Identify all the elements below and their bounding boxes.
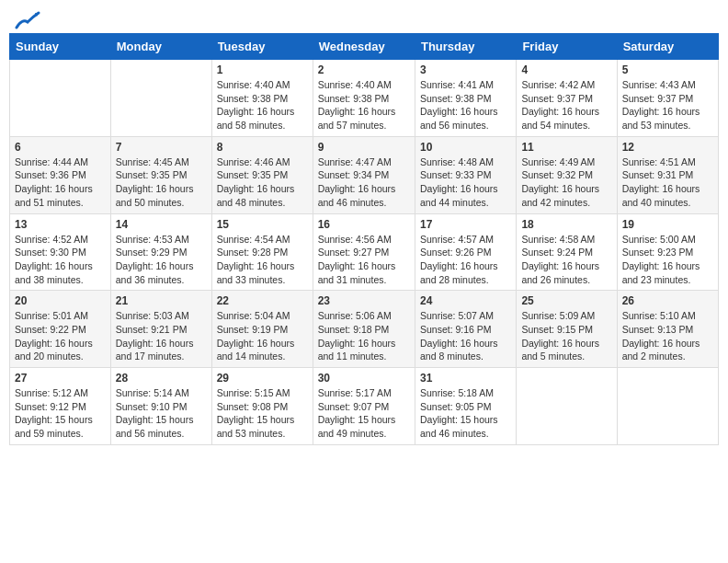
calendar-cell: 26 Sunrise: 5:10 AM Sunset: 9:13 PM Dayl… [617,291,718,368]
daylight-text: Daylight: 16 hours and 40 minutes. [622,183,700,208]
day-of-week-header: Monday [110,34,211,60]
calendar-cell: 22 Sunrise: 5:04 AM Sunset: 9:19 PM Dayl… [211,291,313,368]
calendar-cell: 8 Sunrise: 4:46 AM Sunset: 9:35 PM Dayli… [211,136,313,213]
daylight-text: Daylight: 16 hours and 28 minutes. [420,260,498,285]
calendar-cell: 7 Sunrise: 4:45 AM Sunset: 9:35 PM Dayli… [110,136,211,213]
daylight-text: Daylight: 16 hours and 54 minutes. [521,106,599,131]
day-number: 3 [420,63,511,76]
sunset-text: Sunset: 9:28 PM [217,247,289,258]
calendar-cell: 14 Sunrise: 4:53 AM Sunset: 9:29 PM Dayl… [110,213,211,291]
calendar-week-row: 13 Sunrise: 4:52 AM Sunset: 9:30 PM Dayl… [10,213,719,291]
day-number: 12 [622,141,713,154]
calendar-cell: 19 Sunrise: 5:00 AM Sunset: 9:23 PM Dayl… [617,213,718,291]
sunset-text: Sunset: 9:35 PM [217,169,289,180]
daylight-text: Daylight: 16 hours and 8 minutes. [420,338,498,362]
sunset-text: Sunset: 9:31 PM [622,169,694,180]
sunrise-text: Sunrise: 4:51 AM [622,156,696,167]
day-info: Sunrise: 5:00 AM Sunset: 9:23 PM Dayligh… [622,233,713,287]
sunset-text: Sunset: 9:12 PM [15,401,86,412]
calendar-week-row: 27 Sunrise: 5:12 AM Sunset: 9:12 PM Dayl… [10,368,719,445]
sunrise-text: Sunrise: 4:46 AM [217,156,290,167]
daylight-text: Daylight: 15 hours and 49 minutes. [318,414,396,439]
sunset-text: Sunset: 9:38 PM [420,93,492,104]
logo [13,13,40,26]
day-info: Sunrise: 4:52 AM Sunset: 9:30 PM Dayligh… [15,233,106,287]
day-info: Sunrise: 5:18 AM Sunset: 9:05 PM Dayligh… [420,386,511,441]
calendar-header-row: SundayMondayTuesdayWednesdayThursdayFrid… [10,34,719,60]
sunset-text: Sunset: 9:29 PM [116,247,188,258]
calendar-week-row: 1 Sunrise: 4:40 AM Sunset: 9:38 PM Dayli… [10,60,719,137]
calendar-table: SundayMondayTuesdayWednesdayThursdayFrid… [9,33,719,445]
day-info: Sunrise: 4:49 AM Sunset: 9:32 PM Dayligh… [521,155,611,210]
sunrise-text: Sunrise: 5:17 AM [318,387,392,398]
day-number: 25 [521,294,611,307]
day-of-week-header: Tuesday [211,34,313,60]
day-info: Sunrise: 5:01 AM Sunset: 9:22 PM Dayligh… [15,309,106,363]
day-number: 24 [420,294,511,307]
sunrise-text: Sunrise: 4:49 AM [521,156,595,167]
sunrise-text: Sunrise: 5:14 AM [116,387,189,398]
day-info: Sunrise: 4:45 AM Sunset: 9:35 PM Dayligh… [116,155,207,210]
sunset-text: Sunset: 9:33 PM [420,169,492,180]
day-info: Sunrise: 4:41 AM Sunset: 9:38 PM Dayligh… [420,78,511,132]
day-number: 10 [420,141,511,154]
page-header [9,9,719,26]
sunrise-text: Sunrise: 4:40 AM [217,79,290,90]
sunrise-text: Sunrise: 4:43 AM [622,79,696,90]
daylight-text: Daylight: 16 hours and 51 minutes. [15,183,93,208]
daylight-text: Daylight: 16 hours and 38 minutes. [15,260,93,285]
day-number: 26 [622,294,713,307]
logo-bird-icon [15,11,40,29]
calendar-cell: 24 Sunrise: 5:07 AM Sunset: 9:16 PM Dayl… [415,291,516,368]
day-info: Sunrise: 4:57 AM Sunset: 9:26 PM Dayligh… [420,233,511,287]
calendar-cell: 17 Sunrise: 4:57 AM Sunset: 9:26 PM Dayl… [415,213,516,291]
calendar-cell: 6 Sunrise: 4:44 AM Sunset: 9:36 PM Dayli… [10,136,111,213]
day-of-week-header: Friday [517,34,617,60]
calendar-cell [110,60,211,137]
day-info: Sunrise: 5:15 AM Sunset: 9:08 PM Dayligh… [217,386,308,441]
day-number: 7 [116,141,207,154]
day-info: Sunrise: 4:47 AM Sunset: 9:34 PM Dayligh… [318,155,410,210]
sunset-text: Sunset: 9:37 PM [622,93,694,104]
daylight-text: Daylight: 16 hours and 20 minutes. [15,338,93,362]
day-number: 1 [217,63,308,76]
sunrise-text: Sunrise: 4:54 AM [217,234,290,245]
daylight-text: Daylight: 16 hours and 31 minutes. [318,260,396,285]
daylight-text: Daylight: 15 hours and 59 minutes. [15,414,93,439]
sunrise-text: Sunrise: 4:41 AM [420,79,494,90]
sunset-text: Sunset: 9:07 PM [318,401,390,412]
sunrise-text: Sunrise: 5:07 AM [420,310,494,321]
sunset-text: Sunset: 9:15 PM [521,324,593,335]
daylight-text: Daylight: 15 hours and 46 minutes. [420,414,498,439]
sunrise-text: Sunrise: 4:42 AM [521,79,595,90]
day-number: 20 [15,294,106,307]
day-number: 17 [420,218,511,231]
sunrise-text: Sunrise: 4:47 AM [318,156,392,167]
day-info: Sunrise: 5:12 AM Sunset: 9:12 PM Dayligh… [15,386,106,441]
daylight-text: Daylight: 16 hours and 2 minutes. [622,338,700,362]
sunset-text: Sunset: 9:10 PM [116,401,188,412]
day-info: Sunrise: 4:43 AM Sunset: 9:37 PM Dayligh… [622,78,713,132]
day-of-week-header: Sunday [10,34,111,60]
calendar-cell: 10 Sunrise: 4:48 AM Sunset: 9:33 PM Dayl… [415,136,516,213]
day-info: Sunrise: 5:14 AM Sunset: 9:10 PM Dayligh… [116,386,207,441]
day-number: 13 [15,218,106,231]
day-number: 19 [622,218,713,231]
day-info: Sunrise: 5:17 AM Sunset: 9:07 PM Dayligh… [318,386,410,441]
day-number: 31 [420,372,511,385]
sunrise-text: Sunrise: 4:45 AM [116,156,189,167]
day-number: 14 [116,218,207,231]
daylight-text: Daylight: 15 hours and 56 minutes. [116,414,194,439]
calendar-cell: 18 Sunrise: 4:58 AM Sunset: 9:24 PM Dayl… [517,213,617,291]
day-info: Sunrise: 4:51 AM Sunset: 9:31 PM Dayligh… [622,155,713,210]
daylight-text: Daylight: 16 hours and 33 minutes. [217,260,295,285]
calendar-cell: 30 Sunrise: 5:17 AM Sunset: 9:07 PM Dayl… [313,368,415,445]
calendar-cell: 5 Sunrise: 4:43 AM Sunset: 9:37 PM Dayli… [617,60,718,137]
calendar-cell: 9 Sunrise: 4:47 AM Sunset: 9:34 PM Dayli… [313,136,415,213]
sunrise-text: Sunrise: 5:18 AM [420,387,494,398]
sunset-text: Sunset: 9:35 PM [116,169,188,180]
sunset-text: Sunset: 9:32 PM [521,169,593,180]
day-info: Sunrise: 4:46 AM Sunset: 9:35 PM Dayligh… [217,155,308,210]
sunset-text: Sunset: 9:21 PM [116,324,188,335]
daylight-text: Daylight: 16 hours and 5 minutes. [521,338,599,362]
